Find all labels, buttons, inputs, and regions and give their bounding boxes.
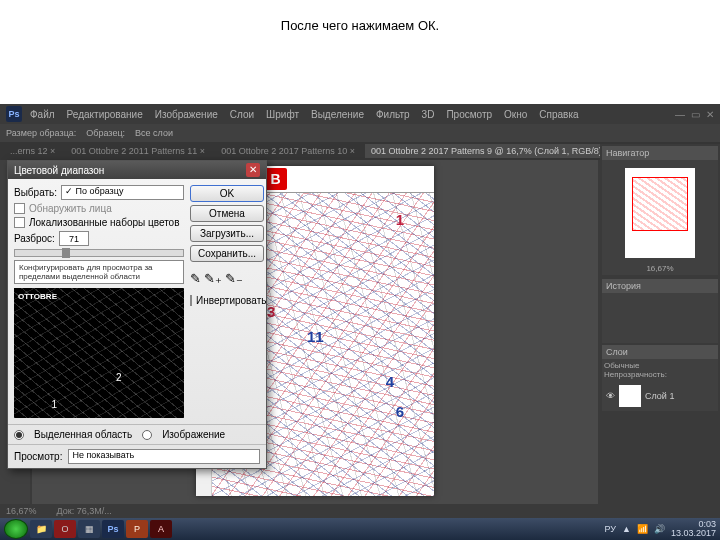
- pattern-number: 4: [386, 373, 394, 390]
- menu-type[interactable]: Шрифт: [266, 109, 299, 120]
- eyedropper-plus-icon[interactable]: ✎₊: [204, 271, 222, 286]
- cancel-button[interactable]: Отмена: [190, 205, 264, 222]
- adobe-reader-icon[interactable]: A: [150, 520, 172, 538]
- radio-image[interactable]: [142, 430, 152, 440]
- doc-tab[interactable]: 001 Ottobre 2 2017 Patterns 10 ×: [215, 144, 361, 158]
- layer-thumbnail[interactable]: [619, 385, 641, 407]
- layers-controls: Обычные Непрозрачность:: [602, 359, 718, 381]
- window-controls: — ▭ ✕: [675, 109, 714, 120]
- lang-indicator[interactable]: РУ: [605, 524, 617, 534]
- pattern-number: 6: [396, 403, 404, 420]
- opt-label-sample: Образец:: [86, 128, 125, 138]
- navigator-zoom: 16,67%: [604, 264, 716, 273]
- navigator-thumbnail[interactable]: [625, 168, 695, 258]
- preview-label: Просмотр:: [14, 451, 62, 462]
- doc-tab[interactable]: ...erns 12 ×: [4, 144, 61, 158]
- menu-window[interactable]: Окно: [504, 109, 527, 120]
- fuzziness-input[interactable]: [59, 231, 89, 246]
- eye-icon[interactable]: 👁: [606, 391, 615, 401]
- load-button[interactable]: Загрузить...: [190, 225, 264, 242]
- preview-dropdown[interactable]: Не показывать: [68, 449, 260, 464]
- menu-select[interactable]: Выделение: [311, 109, 364, 120]
- generic-app-icon[interactable]: ▦: [78, 520, 100, 538]
- fuzziness-label: Разброс:: [14, 233, 55, 244]
- ps-options-bar: Размер образца: Образец: Все слои: [0, 124, 720, 142]
- ok-button[interactable]: OK: [190, 185, 264, 202]
- select-label: Выбрать:: [14, 187, 57, 198]
- radio-selection-label: Выделенная область: [34, 429, 132, 440]
- tray-icon[interactable]: ▲: [622, 524, 631, 534]
- layer-name[interactable]: Слой 1: [645, 391, 674, 401]
- network-icon[interactable]: 📶: [637, 524, 648, 534]
- ps-status-bar: 16,67% Док: 76,3М/...: [0, 504, 720, 518]
- menu-file[interactable]: Файл: [30, 109, 55, 120]
- ps-logo-icon: Ps: [6, 106, 22, 122]
- menu-view[interactable]: Просмотр: [446, 109, 492, 120]
- start-button[interactable]: [4, 519, 28, 539]
- menu-3d[interactable]: 3D: [422, 109, 435, 120]
- ps-titlebar: Ps Файл Редактирование Изображение Слои …: [0, 104, 720, 124]
- opt-label-sample-size: Размер образца:: [6, 128, 76, 138]
- layer-row[interactable]: 👁 Слой 1: [602, 381, 718, 411]
- radio-image-label: Изображение: [162, 429, 225, 440]
- menu-layers[interactable]: Слои: [230, 109, 254, 120]
- selection-preview-row: Просмотр: Не показывать: [8, 444, 266, 468]
- photoshop-taskbar-icon[interactable]: Ps: [102, 520, 124, 538]
- eyedropper-minus-icon[interactable]: ✎₋: [225, 271, 243, 286]
- ps-right-panels: Навигатор 16,67% История Слои Обычные Не…: [600, 144, 720, 504]
- layers-panel-header[interactable]: Слои: [602, 345, 718, 359]
- explorer-icon[interactable]: 📁: [30, 520, 52, 538]
- instruction-caption: После чего нажимаем ОК.: [0, 0, 720, 63]
- ps-main-menu: Файл Редактирование Изображение Слои Шри…: [30, 109, 675, 120]
- localized-label: Локализованные наборы цветов: [29, 217, 179, 228]
- invert-label: Инвертировать: [196, 295, 266, 306]
- dialog-close-icon[interactable]: ✕: [246, 163, 260, 177]
- menu-image[interactable]: Изображение: [155, 109, 218, 120]
- dialog-title: Цветовой диапазон: [14, 165, 104, 176]
- minimize-icon[interactable]: —: [675, 109, 685, 120]
- color-range-dialog: Цветовой диапазон ✕ Выбрать: ✓ По образц…: [7, 160, 267, 469]
- status-doc-size: Док: 76,3М/...: [57, 506, 112, 516]
- dialog-titlebar[interactable]: Цветовой диапазон ✕: [8, 161, 266, 179]
- select-dropdown[interactable]: ✓ По образцу: [61, 185, 184, 200]
- detect-faces-checkbox[interactable]: [14, 203, 25, 214]
- fuzziness-slider[interactable]: [14, 249, 184, 257]
- doc-tab-active[interactable]: 001 Ottobre 2 2017 Patterns 9 @ 16,7% (С…: [365, 144, 614, 158]
- opt-label-all-layers: Все слои: [135, 128, 173, 138]
- pattern-number: 3: [267, 303, 275, 320]
- volume-icon[interactable]: 🔊: [654, 524, 665, 534]
- navigator-panel-header[interactable]: Навигатор: [602, 146, 718, 160]
- hint-text: Конфигурировать для просмотра за предела…: [14, 260, 184, 284]
- history-panel[interactable]: [602, 293, 718, 343]
- clock-date[interactable]: 13.03.2017: [671, 529, 716, 538]
- preview-brand: OTTOBRE: [18, 292, 57, 301]
- history-panel-header[interactable]: История: [602, 279, 718, 293]
- powerpoint-taskbar-icon[interactable]: P: [126, 520, 148, 538]
- menu-filter[interactable]: Фильтр: [376, 109, 410, 120]
- system-tray[interactable]: РУ ▲ 📶 🔊 0:03 13.03.2017: [605, 520, 717, 538]
- invert-checkbox[interactable]: [190, 295, 192, 306]
- preview-marker: 2: [116, 372, 122, 383]
- pattern-number: 1: [396, 211, 404, 228]
- close-icon[interactable]: ✕: [706, 109, 714, 120]
- windows-taskbar: 📁 O ▦ Ps P A РУ ▲ 📶 🔊 0:03 13.03.2017: [0, 518, 720, 540]
- navigator-panel[interactable]: 16,67%: [602, 160, 718, 275]
- radio-selection[interactable]: [14, 430, 24, 440]
- menu-edit[interactable]: Редактирование: [67, 109, 143, 120]
- preview-mode-radios: Выделенная область Изображение: [8, 424, 266, 444]
- detect-faces-label: Обнаружить лица: [29, 203, 112, 214]
- pattern-number: 11: [307, 328, 324, 345]
- maximize-icon[interactable]: ▭: [691, 109, 700, 120]
- menu-help[interactable]: Справка: [539, 109, 578, 120]
- localized-checkbox[interactable]: [14, 217, 25, 228]
- eyedropper-icon[interactable]: ✎: [190, 271, 201, 286]
- selection-preview[interactable]: OTTOBRE 2 1: [14, 288, 184, 418]
- blend-mode[interactable]: Обычные: [604, 361, 716, 370]
- save-button[interactable]: Сохранить...: [190, 245, 264, 262]
- doc-tab[interactable]: 001 Ottobre 2 2011 Patterns 11 ×: [65, 144, 211, 158]
- preview-marker: 1: [51, 399, 57, 410]
- opera-icon[interactable]: O: [54, 520, 76, 538]
- status-zoom[interactable]: 16,67%: [6, 506, 37, 516]
- opacity-label: Непрозрачность:: [604, 370, 716, 379]
- pattern-sheet-badge: B: [265, 168, 287, 190]
